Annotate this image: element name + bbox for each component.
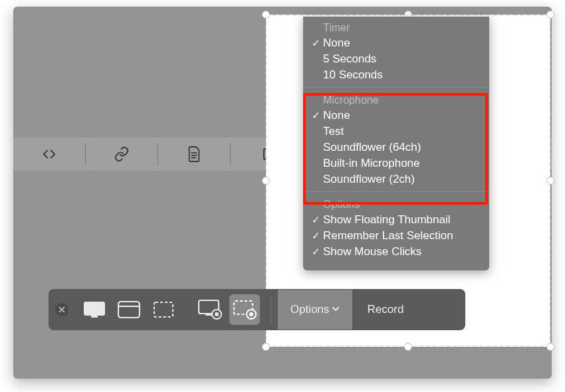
menu-section: Options✓Show Floating Thumbnail✓Remember… <box>303 191 489 264</box>
capture-window-button[interactable] <box>114 294 144 325</box>
menu-item[interactable]: 5 Seconds <box>303 51 489 67</box>
menu-item-label: None <box>322 37 350 50</box>
menu-section: Microphone✓NoneTestSoundflower (64ch)Bui… <box>303 87 489 191</box>
capture-selection-button[interactable] <box>148 294 179 325</box>
svg-rect-7 <box>84 302 105 316</box>
capture-entire-screen-button[interactable] <box>79 294 110 325</box>
options-label: Options <box>290 303 330 316</box>
screen-record-icon <box>198 300 222 320</box>
menu-item[interactable]: Soundflower (2ch) <box>303 171 489 187</box>
menu-item-label: Show Mouse Clicks <box>322 245 421 258</box>
menu-section: Timer✓None5 Seconds10 Seconds <box>303 22 489 87</box>
checkmark-icon: ✓ <box>310 230 322 242</box>
resize-handle[interactable] <box>262 177 270 185</box>
checkmark-icon: ✓ <box>310 37 322 49</box>
options-button[interactable]: Options <box>278 290 352 330</box>
menu-item-label: None <box>322 109 350 122</box>
svg-rect-9 <box>118 302 140 318</box>
window-icon <box>118 301 140 318</box>
checkmark-icon: ✓ <box>310 214 322 226</box>
resize-handle[interactable] <box>404 343 412 351</box>
menu-item-label: 10 Seconds <box>322 68 383 82</box>
svg-point-18 <box>249 312 253 316</box>
menu-header: Options <box>303 199 489 212</box>
svg-rect-11 <box>154 302 173 317</box>
menu-header: Timer <box>303 22 489 35</box>
page-tool-icons <box>13 138 309 171</box>
chevron-down-icon <box>332 303 340 316</box>
resize-handle[interactable] <box>546 11 554 19</box>
resize-handle[interactable] <box>262 343 270 351</box>
close-icon <box>58 306 65 313</box>
menu-item-label: Remember Last Selection <box>322 229 453 243</box>
menu-item-label: Soundflower (64ch) <box>322 141 421 154</box>
menu-item-label: Test <box>322 125 344 138</box>
menu-item[interactable]: Soundflower (64ch) <box>303 140 489 155</box>
menu-item[interactable]: Test <box>303 124 489 140</box>
link-icon <box>114 146 130 162</box>
svg-rect-13 <box>205 314 212 316</box>
screen-icon <box>83 301 106 318</box>
selection-record-icon <box>233 300 257 320</box>
svg-point-15 <box>215 312 219 316</box>
menu-item-label: Built-in Microphone <box>322 157 420 170</box>
menu-item-label: Soundflower (2ch) <box>322 173 415 186</box>
record-entire-screen-button[interactable] <box>195 294 225 325</box>
record-label: Record <box>368 303 404 316</box>
menu-item-label: Show Floating Thumbnail <box>322 213 451 227</box>
document-icon <box>187 146 201 163</box>
selection-icon <box>153 301 174 318</box>
screenshot-toolbar: Options Record <box>49 289 465 330</box>
resize-handle[interactable] <box>546 177 554 185</box>
document-button[interactable] <box>158 146 230 163</box>
menu-item[interactable]: ✓None <box>303 35 489 51</box>
link-button[interactable] <box>86 146 158 162</box>
menu-item[interactable]: ✓Show Floating Thumbnail <box>303 212 489 228</box>
checkmark-icon: ✓ <box>310 246 322 258</box>
separator-icon <box>271 296 271 323</box>
code-icon <box>42 147 56 161</box>
resize-handle[interactable] <box>546 343 554 351</box>
menu-item[interactable]: ✓None <box>303 108 489 124</box>
resize-handle[interactable] <box>262 11 270 19</box>
options-menu: Timer✓None5 Seconds10 SecondsMicrophone✓… <box>303 17 489 270</box>
menu-item[interactable]: 10 Seconds <box>303 67 489 83</box>
record-selection-button[interactable] <box>229 294 260 325</box>
record-button[interactable]: Record <box>352 290 419 330</box>
menu-header: Microphone <box>303 94 489 108</box>
close-button[interactable] <box>55 303 68 316</box>
svg-rect-8 <box>91 316 98 318</box>
menu-item-label: 5 Seconds <box>322 52 376 66</box>
menu-item[interactable]: ✓Show Mouse Clicks <box>303 244 489 260</box>
checkmark-icon: ✓ <box>310 110 322 122</box>
menu-item[interactable]: Built-in Microphone <box>303 155 489 171</box>
menu-item[interactable]: ✓Remember Last Selection <box>303 228 489 244</box>
code-button[interactable] <box>13 147 85 161</box>
